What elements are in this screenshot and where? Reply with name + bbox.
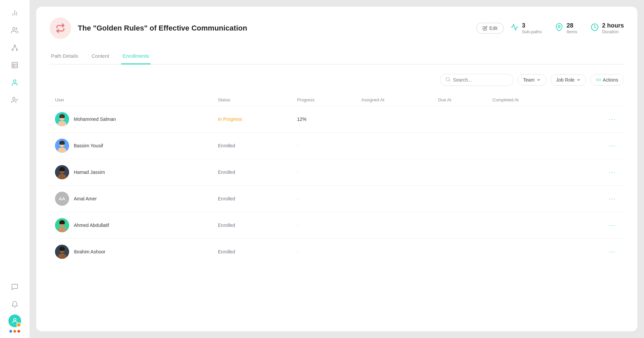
edit-button[interactable]: Edit bbox=[476, 23, 504, 34]
status-cell: In Progress bbox=[213, 106, 292, 133]
avatar bbox=[55, 165, 69, 179]
svg-point-14 bbox=[13, 97, 15, 100]
user-cell: Mohammed Salman bbox=[50, 106, 213, 133]
search-icon bbox=[445, 77, 450, 83]
duration-stat: 2 hours Duration bbox=[591, 22, 624, 34]
user-name: Amal Amer bbox=[74, 196, 97, 201]
status-value: Enrolled bbox=[218, 223, 235, 228]
team-label: Team bbox=[523, 77, 535, 83]
user-name: Ahmed Abdullatif bbox=[74, 223, 109, 228]
assigned-at-cell bbox=[356, 212, 433, 239]
col-completed: Completed At bbox=[487, 94, 571, 106]
user-cell: Ahmed Abdullatif bbox=[50, 212, 213, 239]
search-box[interactable] bbox=[440, 74, 514, 86]
person-check-icon[interactable] bbox=[7, 93, 22, 107]
enrollments-table-container: User Status Progress Assigned At Due At … bbox=[50, 94, 624, 321]
chat-icon[interactable] bbox=[7, 280, 22, 294]
header-stats: 3 Sub-paths 28 Items bbox=[511, 22, 624, 34]
edit-label: Edit bbox=[489, 26, 497, 31]
assigned-at-cell bbox=[356, 106, 433, 133]
progress-value: - bbox=[297, 143, 299, 148]
svg-point-13 bbox=[13, 80, 16, 82]
items-label: Items bbox=[567, 29, 577, 34]
more-options-button[interactable]: ··· bbox=[606, 194, 619, 204]
progress-value: - bbox=[297, 170, 299, 175]
avatar bbox=[55, 112, 69, 126]
users-icon[interactable] bbox=[7, 23, 22, 38]
items-stat: 28 Items bbox=[555, 22, 577, 34]
due-at-cell bbox=[433, 106, 487, 133]
tab-enrollments[interactable]: Enrollments bbox=[121, 50, 150, 64]
completed-at-cell bbox=[487, 133, 571, 159]
row-actions-cell: ··· bbox=[571, 133, 624, 159]
user-cell: Hamad Jassim bbox=[50, 159, 213, 186]
tab-path-details[interactable]: Path Details bbox=[50, 50, 79, 64]
completed-at-cell bbox=[487, 239, 571, 265]
col-due: Due At bbox=[433, 94, 487, 106]
table-row: AA Amal Amer Enrolled - ··· bbox=[50, 186, 624, 212]
more-options-button[interactable]: ··· bbox=[606, 141, 619, 151]
status-cell: Enrolled bbox=[213, 159, 292, 186]
table-row: Bassim Yousif Enrolled - ··· bbox=[50, 133, 624, 159]
assigned-at-cell bbox=[356, 159, 433, 186]
progress-cell: - bbox=[292, 133, 356, 159]
svg-rect-25 bbox=[59, 115, 65, 118]
completed-at-cell bbox=[487, 212, 571, 239]
chart-icon[interactable] bbox=[7, 5, 22, 20]
tab-content[interactable]: Content bbox=[90, 50, 111, 64]
duration-value: 2 hours bbox=[602, 22, 624, 29]
person-icon[interactable] bbox=[7, 75, 22, 90]
list-icon[interactable] bbox=[7, 58, 22, 73]
status-cell: Enrolled bbox=[213, 186, 292, 212]
col-progress: Progress bbox=[292, 94, 356, 106]
progress-cell: 12% bbox=[292, 106, 356, 133]
row-actions-cell: ··· bbox=[571, 106, 624, 133]
assigned-at-cell bbox=[356, 133, 433, 159]
svg-rect-35 bbox=[59, 168, 65, 171]
progress-cell: - bbox=[292, 159, 356, 186]
status-cell: Enrolled bbox=[213, 239, 292, 265]
status-value: In Progress bbox=[218, 116, 242, 122]
course-icon bbox=[50, 17, 71, 39]
course-title: The "Golden Rules" of Effective Communic… bbox=[78, 24, 470, 33]
more-options-button[interactable]: ··· bbox=[606, 247, 619, 257]
user-name: Ibrahim Ashoor bbox=[74, 249, 105, 254]
row-actions-cell: ··· bbox=[571, 159, 624, 186]
svg-point-20 bbox=[598, 79, 599, 81]
actions-button[interactable]: Actions bbox=[590, 74, 624, 86]
progress-cell: - bbox=[292, 186, 356, 212]
bell-icon[interactable] bbox=[7, 297, 22, 312]
user-avatar[interactable] bbox=[8, 315, 21, 327]
sub-paths-value: 3 bbox=[522, 22, 542, 29]
svg-rect-40 bbox=[59, 222, 65, 224]
team-filter-button[interactable]: Team bbox=[518, 74, 546, 86]
search-input[interactable] bbox=[453, 77, 508, 83]
avatar: AA bbox=[55, 192, 69, 206]
status-value: Enrolled bbox=[218, 143, 235, 148]
avatar bbox=[55, 139, 69, 153]
svg-line-19 bbox=[449, 80, 450, 81]
more-options-button[interactable]: ··· bbox=[606, 221, 619, 230]
sidebar-dots bbox=[9, 330, 20, 333]
toolbar: Team Job Role Actions bbox=[50, 74, 624, 86]
duration-icon bbox=[591, 23, 599, 33]
due-at-cell bbox=[433, 133, 487, 159]
job-role-label: Job Role bbox=[556, 77, 575, 83]
status-value: Enrolled bbox=[218, 170, 235, 175]
row-actions-cell: ··· bbox=[571, 212, 624, 239]
row-actions-cell: ··· bbox=[571, 239, 624, 265]
table-row: Ibrahim Ashoor Enrolled - ··· bbox=[50, 239, 624, 265]
completed-at-cell bbox=[487, 159, 571, 186]
assigned-at-cell bbox=[356, 239, 433, 265]
more-options-button[interactable]: ··· bbox=[606, 167, 619, 177]
sub-paths-label: Sub-paths bbox=[522, 29, 542, 34]
sub-paths-stat: 3 Sub-paths bbox=[511, 22, 542, 34]
job-role-filter-button[interactable]: Job Role bbox=[550, 74, 586, 86]
avatar-badge bbox=[16, 323, 21, 327]
network-icon[interactable] bbox=[7, 40, 22, 55]
items-icon bbox=[555, 23, 563, 33]
status-cell: Enrolled bbox=[213, 212, 292, 239]
due-at-cell bbox=[433, 239, 487, 265]
more-options-button[interactable]: ··· bbox=[606, 114, 619, 124]
completed-at-cell bbox=[487, 186, 571, 212]
